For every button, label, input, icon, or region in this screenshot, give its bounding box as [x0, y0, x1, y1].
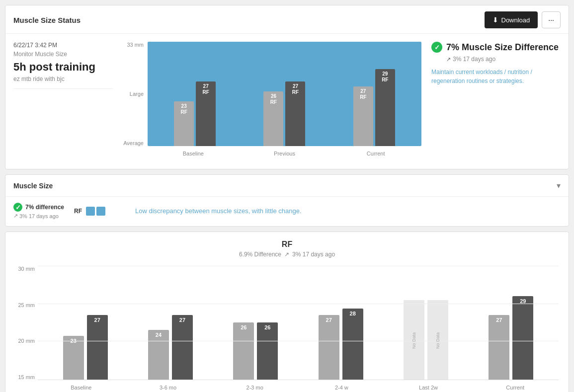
rf-3-6mo-light-bar: 24	[148, 330, 169, 380]
previous-dark-bar: 27RF	[285, 81, 305, 146]
top-y-axis: 33 mm Large Average	[123, 42, 148, 146]
muscle-size-card: Muscle Size ▾ 7% difference ↗ 3% 17 days…	[5, 174, 569, 227]
rf-chart-title: RF	[15, 240, 559, 249]
subtitle-arrow-icon: ↗	[284, 251, 289, 258]
more-options-button[interactable]: ···	[542, 11, 561, 28]
rf-baseline-dark-bar: 27	[87, 315, 108, 380]
status-section: 7% difference ↗ 3% 17 days ago	[13, 203, 64, 219]
top-bar-chart: 33 mm Large Average 23RF	[123, 42, 421, 161]
top-chart-area: 33 mm Large Average 23RF	[123, 42, 421, 161]
rf-2-4w-group: 27 28	[298, 309, 383, 380]
session-title: 5h post training	[13, 61, 113, 74]
monitor-label: Monitor Muscle Size	[13, 51, 113, 58]
y-label-top: 33 mm	[127, 42, 144, 48]
rf-section: RF	[74, 207, 105, 216]
y-25: 25 mm	[18, 302, 35, 308]
grid-line-mid1	[38, 304, 559, 304]
rf-last2w-light-bar: No Data	[404, 300, 424, 380]
status-trend-arrow: ↗	[13, 213, 18, 219]
rf-bars	[86, 207, 105, 216]
top-card: Muscle Size Status ⬇ Download ··· 6/22/1…	[5, 5, 569, 169]
previous-group: 26RF 27RF	[247, 81, 322, 146]
session-info: 6/22/17 3:42 PM Monitor Muscle Size 5h p…	[13, 42, 113, 161]
top-card-body: 6/22/17 3:42 PM Monitor Muscle Size 5h p…	[5, 34, 569, 169]
page: Muscle Size Status ⬇ Download ··· 6/22/1…	[0, 0, 574, 392]
rf-bar-2	[96, 207, 105, 216]
rf-chart-body: 23 27 24 27	[38, 266, 559, 380]
y-label-large: Large	[130, 91, 144, 97]
rf-baseline-group: 23 27	[43, 315, 128, 380]
rf-2-4w-light-bar: 27	[319, 315, 339, 380]
rf-last2w-group: No Data No Data	[383, 300, 468, 380]
current-light-bar: 27RF	[353, 86, 373, 146]
header-actions: ⬇ Download ···	[485, 11, 561, 28]
rf-3-6mo-group: 24 27	[128, 315, 213, 380]
y-label-average: Average	[123, 140, 144, 146]
rf-2-3mo-light-bar: 26	[233, 322, 254, 380]
bottom-y-axis: 30 mm 25 mm 20 mm 15 mm	[15, 266, 38, 380]
muscle-size-body: 7% difference ↗ 3% 17 days ago RF Low di…	[5, 196, 569, 226]
status-check-icon	[13, 203, 22, 212]
trend-label: ↗ 3% 17 days ago	[446, 56, 561, 63]
x-label-previous: Previous	[239, 146, 330, 161]
rf-bar-1	[86, 207, 95, 216]
rf-chart-wrapper: 30 mm 25 mm 20 mm 15 mm 23	[15, 266, 559, 392]
rf-current-group: 27 29	[469, 296, 554, 380]
rf-2-3mo-group: 26 26	[213, 322, 298, 380]
muscle-size-description: Low discrepancy between muscle sizes, wi…	[135, 207, 302, 215]
x-label-current: Current	[330, 146, 421, 161]
page-title: Muscle Size Status	[13, 16, 81, 24]
status-percentage: 7% difference	[25, 204, 64, 211]
check-circle-icon	[431, 42, 442, 53]
y-30: 30 mm	[18, 266, 35, 272]
top-card-header: Muscle Size Status ⬇ Download ···	[5, 5, 569, 34]
x-last2w: Last 2w	[385, 380, 472, 392]
top-x-axis: Baseline Previous Current	[148, 146, 421, 161]
rf-bar-groups: 23 27 24 27	[38, 266, 559, 380]
x-label-baseline: Baseline	[148, 146, 239, 161]
rf-chart-subtitle: 6.9% Difference ↗ 3% 17 days ago	[15, 251, 559, 258]
rf-3-6mo-dark-bar: 27	[172, 315, 193, 380]
muscle-size-title: Muscle Size	[13, 182, 53, 190]
grid-line-mid2	[38, 341, 559, 341]
status-row: 7% difference	[13, 203, 64, 212]
current-dark-bar: 29RF	[375, 69, 395, 146]
x-current: Current	[472, 380, 559, 392]
rf-2-3mo-dark-bar: 26	[257, 322, 278, 380]
grid-line-top	[38, 266, 559, 266]
x-2-3mo: 2-3 mo	[211, 380, 298, 392]
rf-2-4w-dark-bar: 28	[342, 309, 363, 380]
top-chart-body: 23RF 27RF 26RF	[148, 42, 421, 146]
rf-current-light-bar: 27	[489, 315, 509, 380]
rf-last2w-dark-bar: No Data	[427, 300, 448, 380]
recommendation-text: Maintain current workloads / nutrition /…	[431, 68, 561, 85]
baseline-dark-bar: 27RF	[196, 81, 216, 146]
x-baseline: Baseline	[38, 380, 125, 392]
chevron-down-icon[interactable]: ▾	[557, 181, 561, 190]
previous-light-bar: 26RF	[263, 91, 283, 146]
y-20: 20 mm	[18, 338, 35, 344]
y-15: 15 mm	[18, 374, 35, 380]
difference-header: 7% Muscle Size Difference	[431, 42, 561, 53]
download-button[interactable]: ⬇ Download	[485, 11, 538, 28]
trend-arrow-icon: ↗	[446, 56, 451, 63]
timestamp: 6/22/17 3:42 PM	[13, 42, 113, 49]
difference-title: 7% Muscle Size Difference	[446, 42, 559, 53]
status-trend: ↗ 3% 17 days ago	[13, 213, 64, 219]
cloud-download-icon: ⬇	[492, 16, 498, 24]
rf-label: RF	[74, 208, 82, 215]
baseline-group: 23RF 27RF	[158, 81, 232, 146]
bottom-x-axis: Baseline 3-6 mo 2-3 mo 2-4 w Last 2w Cur…	[38, 380, 559, 392]
top-bar-groups: 23RF 27RF 26RF	[148, 42, 421, 146]
current-group: 27RF 29RF	[337, 69, 411, 146]
x-3-6mo: 3-6 mo	[125, 380, 212, 392]
rf-chart-card: RF 6.9% Difference ↗ 3% 17 days ago 30 m…	[5, 232, 569, 392]
session-subtitle: ez mtb ride with bjc	[13, 76, 113, 89]
x-2-4w: 2-4 w	[298, 380, 385, 392]
muscle-size-header: Muscle Size ▾	[5, 175, 569, 196]
rf-current-dark-bar: 29	[512, 296, 533, 380]
right-info-panel: 7% Muscle Size Difference ↗ 3% 17 days a…	[431, 42, 561, 161]
rf-baseline-light-bar: 23	[63, 336, 84, 380]
baseline-light-bar: 23RF	[174, 101, 194, 146]
